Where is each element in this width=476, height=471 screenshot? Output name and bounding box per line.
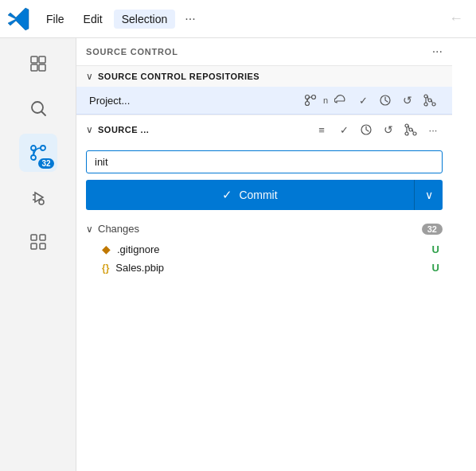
changes-toggle[interactable]: ∨ [86, 224, 93, 235]
source-section-actions: ≡ ✓ ↺ [312, 120, 443, 139]
refresh-icon[interactable]: ↺ [398, 91, 417, 110]
changes-count-badge: 32 [422, 224, 443, 235]
source-control-header: SOURCE CONTROL ··· [76, 38, 452, 66]
changes-label: Changes [98, 223, 139, 235]
svg-point-10 [39, 200, 44, 204]
repositories-section-title: SOURCE CONTROL REPOSITORIES [98, 72, 259, 81]
search-icon [29, 99, 48, 118]
gitignore-file-name: .gitignore [117, 243, 426, 255]
svg-point-31 [413, 132, 416, 135]
pbip-file-icon: {} [102, 263, 109, 274]
stage-all-icon[interactable]: ≡ [312, 120, 331, 139]
commit-button-label: Commit [239, 189, 277, 201]
title-bar: File Edit Selection ··· ← [0, 0, 476, 38]
svg-rect-15 [31, 243, 37, 249]
repo-row[interactable]: Project... n [76, 87, 452, 115]
repo-actions: n ✓ ↺ [301, 91, 439, 110]
pbip-file-name: Sales.pbip [115, 262, 425, 274]
source-section-title: SOURCE ... [98, 125, 149, 134]
svg-point-24 [424, 95, 427, 98]
sidebar-item-search[interactable] [19, 89, 57, 127]
svg-rect-2 [31, 64, 37, 71]
run-debug-icon [29, 188, 48, 207]
svg-point-33 [409, 128, 412, 131]
main-layout: 32 SOURCE CONTROL ··· [0, 38, 476, 471]
commit-arrow-icon: ∨ [425, 189, 433, 201]
source-refresh-icon[interactable]: ↺ [379, 120, 398, 139]
source-control-badge: 32 [38, 158, 53, 169]
svg-line-36 [412, 130, 413, 132]
svg-point-7 [41, 146, 45, 150]
menu-file[interactable]: File [38, 10, 72, 29]
changes-header: ∨ Changes 32 [76, 218, 452, 239]
svg-point-6 [31, 155, 36, 160]
commit-message-input[interactable] [86, 150, 443, 173]
source-control-title: SOURCE CONTROL [86, 47, 178, 56]
sidebar-item-run-debug[interactable] [19, 178, 57, 216]
commit-dropdown-button[interactable]: ∨ [414, 180, 443, 210]
explorer-icon [29, 54, 48, 73]
svg-point-32 [405, 124, 408, 127]
svg-line-27 [427, 96, 428, 99]
svg-point-25 [428, 99, 431, 102]
gitignore-file-icon: ◆ [102, 243, 111, 255]
source-section-header: ∨ SOURCE ... ≡ ✓ ↺ [76, 115, 452, 144]
repositories-section-header: ∨ SOURCE CONTROL REPOSITORIES [76, 66, 452, 87]
svg-point-8 [31, 146, 36, 150]
back-button[interactable]: ← [443, 7, 470, 30]
branch-name-label: n [323, 95, 328, 105]
svg-line-35 [408, 126, 409, 129]
file-item-pbip[interactable]: {} Sales.pbip U [76, 259, 452, 277]
svg-point-30 [405, 132, 408, 135]
repositories-toggle[interactable]: ∨ [86, 71, 93, 82]
svg-point-23 [432, 103, 435, 106]
source-control-more-button[interactable]: ··· [432, 45, 443, 59]
cloud-icon[interactable] [331, 91, 350, 110]
menu-selection[interactable]: Selection [114, 10, 176, 29]
commit-check-icon: ✓ [222, 188, 232, 202]
svg-line-28 [431, 100, 432, 103]
sidebar-item-explorer[interactable] [19, 45, 57, 83]
file-item-gitignore[interactable]: ◆ .gitignore U [76, 239, 452, 259]
svg-line-5 [41, 112, 45, 116]
menu-edit[interactable]: Edit [76, 10, 111, 29]
svg-rect-14 [40, 235, 45, 240]
changes-section: ∨ Changes 32 ◆ .gitignore U {} Sales.pbi… [76, 218, 452, 280]
repositories-section: ∨ SOURCE CONTROL REPOSITORIES Project... [76, 66, 452, 115]
svg-rect-13 [31, 235, 37, 240]
extensions-icon [29, 232, 48, 251]
svg-rect-16 [40, 243, 45, 249]
activity-bar: 32 [0, 38, 76, 471]
sidebar-item-source-control[interactable]: 32 [19, 134, 57, 172]
source-history-icon[interactable] [357, 120, 376, 139]
gitignore-file-status: U [432, 243, 439, 255]
commit-button-wrap: ✓ Commit ∨ [86, 180, 443, 210]
side-panel: SOURCE CONTROL ··· ∨ SOURCE CONTROL REPO… [76, 38, 452, 471]
source-toggle[interactable]: ∨ [86, 124, 93, 135]
file-list: ◆ .gitignore U {} Sales.pbip U [76, 239, 452, 280]
source-section: ∨ SOURCE ... ≡ ✓ ↺ [76, 115, 452, 280]
menu-more[interactable]: ··· [178, 9, 201, 29]
svg-point-17 [305, 102, 309, 106]
pbip-file-status: U [432, 262, 439, 274]
svg-rect-1 [39, 56, 45, 63]
svg-rect-3 [39, 64, 45, 71]
commit-all-check-icon[interactable]: ✓ [334, 120, 353, 139]
source-more-icon[interactable]: ··· [423, 120, 443, 139]
graph-icon[interactable] [420, 91, 439, 110]
sidebar-item-extensions[interactable] [19, 223, 57, 261]
svg-point-22 [424, 103, 427, 106]
svg-rect-0 [31, 56, 37, 63]
menu-bar: File Edit Selection ··· [38, 9, 202, 29]
svg-point-18 [311, 95, 315, 99]
history-icon[interactable] [376, 91, 395, 110]
source-graph-icon[interactable] [401, 120, 420, 139]
commit-button[interactable]: ✓ Commit [86, 180, 414, 210]
branch-icon[interactable] [301, 91, 320, 110]
check-icon[interactable]: ✓ [353, 91, 373, 110]
vscode-logo [6, 6, 32, 32]
commit-input-wrap [86, 150, 443, 173]
repo-name: Project... [89, 95, 130, 107]
